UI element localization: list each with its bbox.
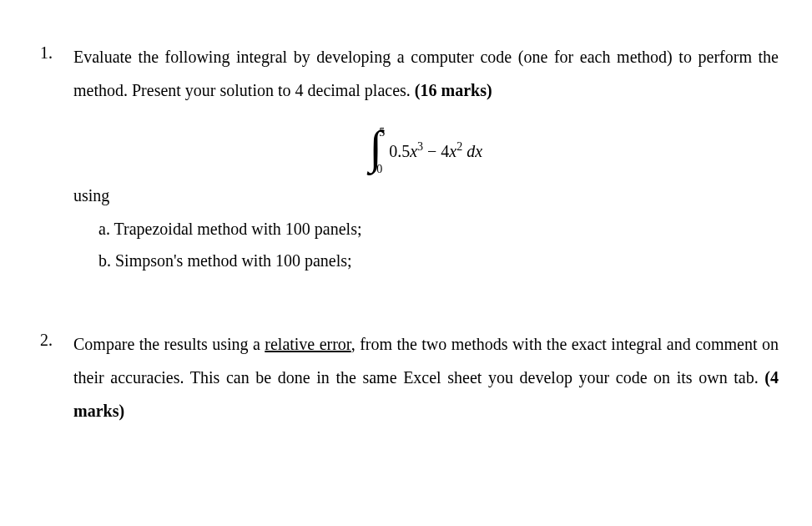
integral-upper-limit: 5 [379,126,385,139]
var-x2: x [449,141,456,159]
q2-underlined: relative error [265,335,351,353]
integrand: 0.5x3 − 4x2 dx [389,138,482,164]
minus-op: − [423,141,441,159]
q1-marks: (16 marks) [415,81,492,99]
question-1-text: Evaluate the following integral by devel… [73,40,779,107]
q1-sub-a: a. Trapezoidal method with 100 panels; [98,214,779,244]
question-1-number: 1. [40,40,73,277]
dx: dx [462,141,482,159]
q2-text-part1: Compare the results using a [73,335,265,353]
var-x1: x [410,141,417,159]
question-1-body: Evaluate the following integral by devel… [73,40,779,277]
coef-4: 4 [441,141,449,159]
q1-sub-b: b. Simpson's method with 100 panels; [98,245,779,276]
integral-expression: ∫500.5x3 − 4x2 dx [73,115,779,165]
question-2: 2. Compare the results using a relative … [40,327,779,434]
integral-lower-limit: 0 [376,163,382,175]
question-1: 1. Evaluate the following integral by de… [40,40,779,277]
question-2-text: Compare the results using a relative err… [73,327,779,427]
coef-05: 0.5 [389,141,410,159]
q1-sublist: a. Trapezoidal method with 100 panels; b… [98,214,779,276]
using-label: using [73,180,779,210]
question-2-number: 2. [40,327,73,434]
question-2-body: Compare the results using a relative err… [73,327,779,434]
